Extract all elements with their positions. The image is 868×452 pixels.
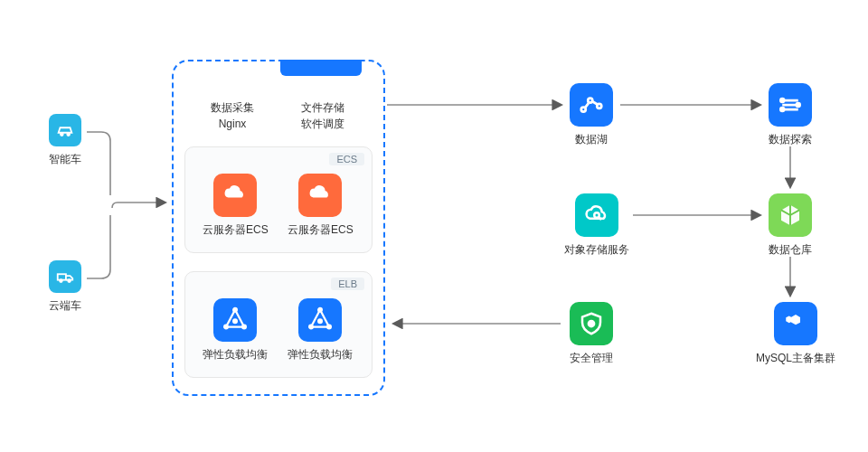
analytics-icon	[570, 83, 613, 127]
svg-point-8	[224, 325, 228, 329]
node-car: 智能车	[49, 114, 81, 167]
svg-point-10	[233, 319, 237, 323]
cloud-search-icon	[575, 193, 618, 237]
svg-point-3	[60, 279, 62, 282]
connectors	[0, 0, 868, 452]
svg-point-7	[233, 308, 237, 312]
truck-label: 云端车	[49, 298, 81, 314]
db-label: MySQL主备集群	[756, 351, 835, 366]
svg-point-0	[61, 133, 63, 136]
svg-point-1	[67, 133, 70, 136]
svg-point-15	[581, 108, 586, 112]
load-balancer-icon	[298, 298, 342, 342]
ecs-label-2: 云服务器ECS	[288, 222, 354, 238]
svg-point-14	[318, 319, 322, 323]
datasearch-label: 数据探索	[769, 132, 812, 147]
svg-point-13	[327, 325, 331, 329]
car-label: 智能车	[49, 152, 81, 167]
node-datasearch: 数据探索	[769, 83, 812, 147]
svg-rect-6	[315, 194, 326, 196]
truck-icon	[49, 260, 81, 293]
ecs-node-2: 云服务器ECS	[288, 174, 354, 238]
elb-node-2: 弹性负载均衡	[288, 298, 353, 363]
lines-icon	[769, 83, 812, 127]
ecs-badge: ECS	[329, 153, 364, 165]
header1: 数据采集Nginx	[201, 99, 264, 132]
svg-point-22	[780, 108, 784, 111]
elb-label-2: 弹性负载均衡	[288, 347, 353, 363]
header2: 文件存储软件调度	[291, 99, 354, 132]
svg-point-4	[68, 279, 71, 282]
elb-badge: ELB	[331, 278, 364, 290]
ecs-node-1: 云服务器ECS	[203, 174, 269, 238]
svg-point-16	[588, 99, 592, 103]
node-security: 安全管理	[570, 302, 613, 366]
node-compute: 数据仓库	[769, 193, 812, 258]
node-db: MySQL主备集群	[756, 302, 835, 366]
elb-label-1: 弹性负载均衡	[203, 347, 268, 363]
center-tab	[280, 60, 362, 76]
svg-point-18	[594, 212, 599, 218]
ecs-label-1: 云服务器ECS	[203, 222, 269, 238]
node-datalake: 数据湖	[570, 83, 613, 147]
storage-label: 对象存储服务	[564, 242, 629, 258]
datalake-label: 数据湖	[575, 132, 608, 147]
node-truck: 云端车	[49, 260, 81, 314]
node-storage: 对象存储服务	[564, 193, 629, 258]
cube-icon	[769, 193, 812, 237]
svg-point-9	[242, 325, 246, 329]
compute-label: 数据仓库	[769, 242, 812, 258]
load-balancer-icon	[213, 298, 257, 342]
shield-gear-icon	[570, 302, 613, 345]
svg-rect-5	[230, 194, 241, 196]
cluster-icon	[774, 302, 817, 345]
security-label: 安全管理	[570, 351, 613, 366]
svg-point-21	[797, 103, 800, 107]
svg-point-11	[318, 308, 322, 312]
svg-point-20	[780, 99, 784, 102]
cloud-server-icon	[213, 174, 257, 217]
elb-node-1: 弹性负载均衡	[203, 298, 268, 363]
svg-point-19	[589, 321, 594, 326]
cloud-server-icon	[298, 174, 342, 217]
car-icon	[49, 114, 81, 146]
svg-point-12	[309, 325, 313, 329]
